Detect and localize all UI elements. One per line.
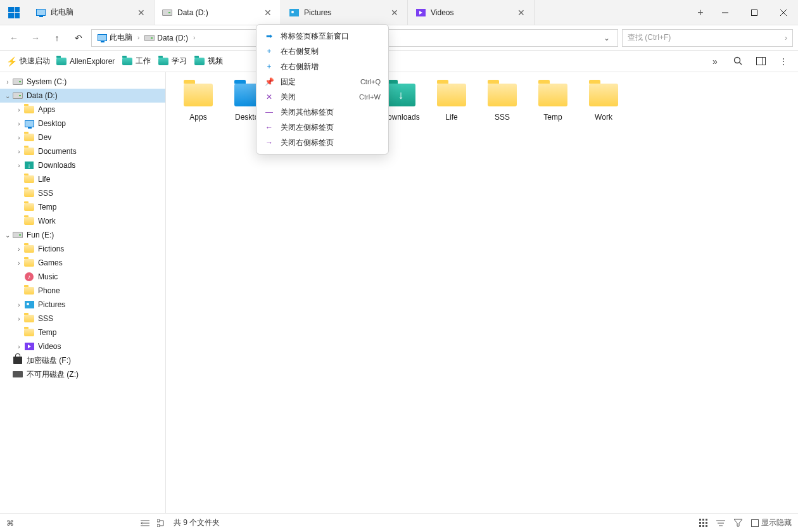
more-menu-button[interactable]: ⋮ <box>775 53 792 70</box>
expand-toggle[interactable]: › <box>14 260 24 267</box>
bookmark-item[interactable]: AllenExplorer <box>56 56 115 66</box>
tab-close-button[interactable]: ✕ <box>516 8 526 18</box>
filter-icon[interactable] <box>734 519 742 527</box>
expand-toggle[interactable]: ⌄ <box>3 92 13 99</box>
chevron-right-icon[interactable]: › <box>136 34 141 41</box>
overflow-button[interactable]: » <box>707 53 723 70</box>
context-menu-item[interactable]: 📌固定Ctrl+Q <box>256 74 388 89</box>
sort-icon[interactable] <box>716 519 725 527</box>
app-menu-button[interactable] <box>0 0 28 25</box>
expand-toggle[interactable]: › <box>14 106 24 113</box>
expand-toggle[interactable]: › <box>14 301 24 308</box>
context-menu-item[interactable]: +在右侧复制 <box>256 44 388 59</box>
tree-row[interactable]: ›Videos <box>0 339 165 353</box>
tree-row[interactable]: Phone <box>0 284 165 298</box>
maximize-button[interactable] <box>740 0 769 25</box>
context-menu-item[interactable]: —关闭其他标签页 <box>256 104 388 120</box>
close-window-button[interactable] <box>769 0 798 25</box>
search-go-icon[interactable]: › <box>785 34 787 42</box>
tree-row[interactable]: ›SSS <box>0 312 165 326</box>
context-menu-item[interactable]: ✕关闭Ctrl+W <box>256 89 388 104</box>
tree-row[interactable]: ♪Music <box>0 270 165 284</box>
tree-row[interactable]: ›System (C:) <box>0 75 165 89</box>
expand-toggle[interactable]: ⌄ <box>3 232 13 239</box>
tree-row[interactable]: SSS <box>0 186 165 200</box>
tab[interactable]: 此电脑✕ <box>28 0 155 25</box>
expand-toggle[interactable]: › <box>3 79 13 86</box>
titlebar: 此电脑✕Data (D:)✕Pictures✕Videos✕ + <box>0 0 798 25</box>
expand-toggle[interactable]: › <box>14 134 24 141</box>
tree-row[interactable]: ›Pictures <box>0 298 165 312</box>
bookmark-item[interactable]: 视频 <box>194 56 223 66</box>
file-item[interactable]: Temp <box>533 84 573 134</box>
tree-row[interactable]: ⌄Data (D:) <box>0 89 165 103</box>
file-item[interactable]: SSS <box>483 84 522 134</box>
tree-row[interactable]: ›Desktop <box>0 117 165 130</box>
tree-row[interactable]: ⌄Fun (E:) <box>0 228 165 242</box>
indent-left-icon[interactable] <box>141 519 149 527</box>
file-item[interactable]: Apps <box>179 84 218 134</box>
tab-context-menu[interactable]: ➡将标签页移至新窗口+在右侧复制+在右侧新增📌固定Ctrl+Q✕关闭Ctrl+W… <box>256 24 389 155</box>
chevron-right-icon[interactable]: › <box>192 34 196 41</box>
breadcrumb-dropdown[interactable]: ⌄ <box>600 34 614 42</box>
command-icon[interactable]: ⌘ <box>6 519 14 528</box>
breadcrumb-item[interactable]: Data (D:) <box>143 33 189 43</box>
context-menu-item[interactable]: +在右侧新增 <box>256 59 388 74</box>
tab[interactable]: Data (D:)✕ <box>155 0 281 25</box>
tab-close-button[interactable]: ✕ <box>390 8 400 18</box>
back-button[interactable]: ← <box>5 29 23 47</box>
folder-icon <box>589 84 618 109</box>
new-tab-button[interactable]: + <box>690 0 711 25</box>
svg-rect-1 <box>752 10 757 15</box>
tree-collapse-icon[interactable] <box>157 519 166 527</box>
context-menu-item[interactable]: ←关闭左侧标签页 <box>256 120 388 135</box>
tree-row[interactable]: ›Apps <box>0 103 165 117</box>
menu-item-label: 在右侧新增 <box>281 61 319 72</box>
tree-label: Dev <box>38 133 51 142</box>
expand-toggle[interactable]: › <box>14 148 24 155</box>
tree-row[interactable]: Temp <box>0 326 165 339</box>
tab-close-button[interactable]: ✕ <box>263 8 273 18</box>
tab-close-button[interactable]: ✕ <box>136 8 146 18</box>
context-menu-item[interactable]: →关闭右侧标签页 <box>256 135 388 150</box>
tree-row[interactable]: Life <box>0 172 165 186</box>
tab-label: 此电脑 <box>51 7 73 18</box>
tree-row[interactable]: 加密磁盘 (F:) <box>0 353 165 367</box>
tree-row[interactable]: ›Games <box>0 256 165 270</box>
file-item[interactable]: Work <box>584 84 623 134</box>
tree-row[interactable]: ›Documents <box>0 144 165 158</box>
menu-item-icon: + <box>264 47 274 56</box>
video-icon <box>24 341 34 352</box>
search-input[interactable]: 查找 (Ctrl+F) › <box>622 29 793 47</box>
show-hidden-toggle[interactable]: 显示隐藏 <box>751 517 792 528</box>
undo-button[interactable]: ↶ <box>70 29 87 47</box>
expand-toggle[interactable]: › <box>14 343 24 350</box>
context-menu-item[interactable]: ➡将标签页移至新窗口 <box>256 28 388 44</box>
expand-toggle[interactable]: › <box>14 246 24 253</box>
expand-toggle[interactable]: › <box>14 315 24 322</box>
expand-toggle[interactable]: › <box>14 120 24 127</box>
tree-row[interactable]: ›↓Downloads <box>0 158 165 172</box>
breadcrumb-item[interactable]: 此电脑 <box>96 32 134 43</box>
view-grid-icon[interactable] <box>699 519 707 527</box>
tab[interactable]: Videos✕ <box>408 0 535 25</box>
bookmark-item[interactable]: 学习 <box>158 56 187 66</box>
search-button[interactable] <box>730 53 746 70</box>
tree-row[interactable]: ›Dev <box>0 130 165 144</box>
folder-tree[interactable]: ›System (C:)⌄Data (D:)›Apps›Desktop›Dev›… <box>0 72 166 513</box>
tree-row[interactable]: 不可用磁盘 (Z:) <box>0 367 165 381</box>
tab[interactable]: Pictures✕ <box>281 0 408 25</box>
bookmark-item[interactable]: 工作 <box>122 56 151 66</box>
tree-row[interactable]: ›Fictions <box>0 242 165 256</box>
minimize-button[interactable] <box>711 0 740 25</box>
tree-label: Videos <box>38 342 61 351</box>
up-button[interactable]: ↑ <box>48 29 66 47</box>
tree-row[interactable]: Temp <box>0 200 165 214</box>
panel-toggle-button[interactable] <box>752 53 769 70</box>
tree-row[interactable]: Work <box>0 214 165 228</box>
expand-toggle[interactable]: › <box>14 162 24 169</box>
menu-item-icon: 📌 <box>264 77 274 86</box>
quick-launch[interactable]: ⚡ 快速启动 <box>6 56 50 66</box>
forward-button[interactable]: → <box>27 29 44 47</box>
file-item[interactable]: Life <box>432 84 471 134</box>
